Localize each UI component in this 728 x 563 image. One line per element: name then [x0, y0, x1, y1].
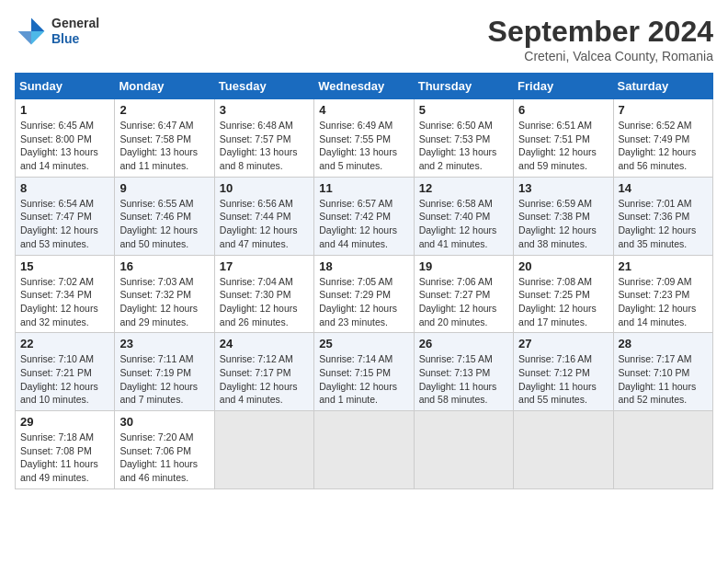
cell-content: Sunrise: 7:16 AMSunset: 7:12 PMDaylight:… [518, 352, 608, 407]
day-number: 14 [619, 181, 708, 195]
calendar-cell: 19Sunrise: 7:06 AMSunset: 7:27 PMDayligh… [414, 255, 513, 333]
day-number: 15 [20, 259, 109, 273]
cell-content: Sunrise: 7:04 AMSunset: 7:30 PMDaylight:… [220, 275, 309, 329]
cell-content: Sunrise: 7:17 AMSunset: 7:10 PMDaylight:… [619, 352, 708, 407]
page-header: General Blue September 2024 Creteni, Val… [15, 15, 713, 63]
calendar-cell: 18Sunrise: 7:05 AMSunset: 7:29 PMDayligh… [314, 255, 414, 333]
logo-blue: Blue [51, 31, 99, 47]
cell-content: Sunrise: 7:12 AMSunset: 7:17 PMDaylight:… [220, 352, 309, 407]
calendar-week-5: 29Sunrise: 7:18 AMSunset: 7:08 PMDayligh… [16, 411, 713, 489]
day-number: 27 [518, 337, 608, 350]
logo-general: General [51, 16, 99, 31]
calendar-cell: 6Sunrise: 6:51 AMSunset: 7:51 PMDaylight… [514, 99, 613, 178]
cell-content: Sunrise: 6:56 AMSunset: 7:44 PMDaylight:… [220, 197, 309, 251]
calendar-cell: 4Sunrise: 6:49 AMSunset: 7:55 PMDaylight… [314, 99, 414, 178]
day-number: 12 [419, 181, 508, 195]
calendar-cell [314, 411, 414, 489]
day-number: 20 [518, 259, 608, 273]
cell-content: Sunrise: 7:06 AMSunset: 7:27 PMDaylight:… [419, 275, 508, 329]
day-number: 26 [419, 337, 508, 350]
calendar-cell: 16Sunrise: 7:03 AMSunset: 7:32 PMDayligh… [115, 255, 214, 333]
day-number: 18 [319, 259, 408, 273]
cell-content: Sunrise: 6:47 AMSunset: 7:58 PMDaylight:… [119, 119, 209, 173]
calendar-week-3: 15Sunrise: 7:02 AMSunset: 7:34 PMDayligh… [16, 255, 713, 333]
day-number: 4 [319, 103, 408, 117]
cell-content: Sunrise: 6:59 AMSunset: 7:38 PMDaylight:… [518, 197, 608, 251]
column-header-thursday: Thursday [414, 74, 513, 99]
calendar-cell: 21Sunrise: 7:09 AMSunset: 7:23 PMDayligh… [613, 255, 712, 333]
svg-marker-0 [31, 18, 44, 31]
calendar-week-2: 8Sunrise: 6:54 AMSunset: 7:47 PMDaylight… [16, 177, 713, 255]
cell-content: Sunrise: 6:54 AMSunset: 7:47 PMDaylight:… [20, 197, 109, 251]
calendar-cell: 14Sunrise: 7:01 AMSunset: 7:36 PMDayligh… [613, 177, 712, 255]
cell-content: Sunrise: 6:51 AMSunset: 7:51 PMDaylight:… [518, 119, 608, 173]
day-number: 1 [20, 103, 109, 117]
column-header-monday: Monday [115, 74, 214, 99]
cell-content: Sunrise: 7:11 AMSunset: 7:19 PMDaylight:… [119, 352, 209, 407]
calendar-body: 1Sunrise: 6:45 AMSunset: 8:00 PMDaylight… [16, 99, 713, 489]
calendar-table: SundayMondayTuesdayWednesdayThursdayFrid… [15, 73, 713, 489]
calendar-cell: 15Sunrise: 7:02 AMSunset: 7:34 PMDayligh… [16, 255, 115, 333]
calendar-cell: 17Sunrise: 7:04 AMSunset: 7:30 PMDayligh… [214, 255, 313, 333]
calendar-cell: 2Sunrise: 6:47 AMSunset: 7:58 PMDaylight… [115, 99, 214, 178]
calendar-cell: 26Sunrise: 7:15 AMSunset: 7:13 PMDayligh… [414, 333, 513, 411]
day-number: 8 [20, 181, 109, 195]
day-number: 7 [619, 103, 708, 117]
day-number: 22 [20, 337, 109, 350]
cell-content: Sunrise: 6:57 AMSunset: 7:42 PMDaylight:… [319, 197, 408, 251]
calendar-cell: 29Sunrise: 7:18 AMSunset: 7:08 PMDayligh… [16, 411, 115, 489]
column-header-wednesday: Wednesday [314, 74, 414, 99]
cell-content: Sunrise: 6:49 AMSunset: 7:55 PMDaylight:… [319, 119, 408, 173]
calendar-subtitle: Creteni, Valcea County, Romania [488, 49, 713, 63]
day-number: 17 [220, 259, 309, 273]
cell-content: Sunrise: 7:15 AMSunset: 7:13 PMDaylight:… [419, 352, 508, 407]
calendar-cell: 13Sunrise: 6:59 AMSunset: 7:38 PMDayligh… [514, 177, 613, 255]
cell-content: Sunrise: 6:58 AMSunset: 7:40 PMDaylight:… [419, 197, 508, 251]
cell-content: Sunrise: 6:45 AMSunset: 8:00 PMDaylight:… [20, 119, 109, 173]
day-number: 5 [419, 103, 508, 117]
day-number: 3 [220, 103, 309, 117]
calendar-cell: 3Sunrise: 6:48 AMSunset: 7:57 PMDaylight… [214, 99, 313, 178]
cell-content: Sunrise: 6:48 AMSunset: 7:57 PMDaylight:… [220, 119, 309, 173]
calendar-cell: 20Sunrise: 7:08 AMSunset: 7:25 PMDayligh… [514, 255, 613, 333]
calendar-cell: 30Sunrise: 7:20 AMSunset: 7:06 PMDayligh… [115, 411, 214, 489]
svg-marker-2 [18, 31, 31, 44]
day-number: 19 [419, 259, 508, 273]
day-number: 2 [119, 103, 209, 117]
day-number: 29 [20, 415, 109, 429]
calendar-header: SundayMondayTuesdayWednesdayThursdayFrid… [16, 74, 713, 99]
cell-content: Sunrise: 6:52 AMSunset: 7:49 PMDaylight:… [619, 119, 708, 173]
cell-content: Sunrise: 7:10 AMSunset: 7:21 PMDaylight:… [20, 352, 109, 407]
day-number: 30 [119, 415, 209, 429]
calendar-cell [514, 411, 613, 489]
cell-content: Sunrise: 7:20 AMSunset: 7:06 PMDaylight:… [119, 431, 209, 485]
logo: General Blue [15, 15, 99, 48]
day-number: 28 [619, 337, 708, 350]
day-number: 23 [119, 337, 209, 350]
day-number: 16 [119, 259, 209, 273]
calendar-cell [613, 411, 712, 489]
day-number: 11 [319, 181, 408, 195]
logo-text: General Blue [51, 16, 99, 47]
calendar-title: September 2024 [488, 15, 713, 49]
calendar-cell: 1Sunrise: 6:45 AMSunset: 8:00 PMDaylight… [16, 99, 115, 178]
cell-content: Sunrise: 7:05 AMSunset: 7:29 PMDaylight:… [319, 275, 408, 329]
column-header-friday: Friday [514, 74, 613, 99]
calendar-cell: 11Sunrise: 6:57 AMSunset: 7:42 PMDayligh… [314, 177, 414, 255]
calendar-cell: 7Sunrise: 6:52 AMSunset: 7:49 PMDaylight… [613, 99, 712, 178]
calendar-cell: 9Sunrise: 6:55 AMSunset: 7:46 PMDaylight… [115, 177, 214, 255]
day-number: 9 [119, 181, 209, 195]
calendar-cell: 25Sunrise: 7:14 AMSunset: 7:15 PMDayligh… [314, 333, 414, 411]
calendar-cell [214, 411, 313, 489]
calendar-week-4: 22Sunrise: 7:10 AMSunset: 7:21 PMDayligh… [16, 333, 713, 411]
svg-marker-1 [31, 31, 44, 44]
calendar-week-1: 1Sunrise: 6:45 AMSunset: 8:00 PMDaylight… [16, 99, 713, 178]
logo-icon [15, 15, 48, 48]
cell-content: Sunrise: 7:09 AMSunset: 7:23 PMDaylight:… [619, 275, 708, 329]
calendar-cell: 22Sunrise: 7:10 AMSunset: 7:21 PMDayligh… [16, 333, 115, 411]
column-header-saturday: Saturday [613, 74, 712, 99]
day-number: 6 [518, 103, 608, 117]
calendar-cell: 24Sunrise: 7:12 AMSunset: 7:17 PMDayligh… [214, 333, 313, 411]
calendar-cell: 28Sunrise: 7:17 AMSunset: 7:10 PMDayligh… [613, 333, 712, 411]
calendar-cell [414, 411, 513, 489]
